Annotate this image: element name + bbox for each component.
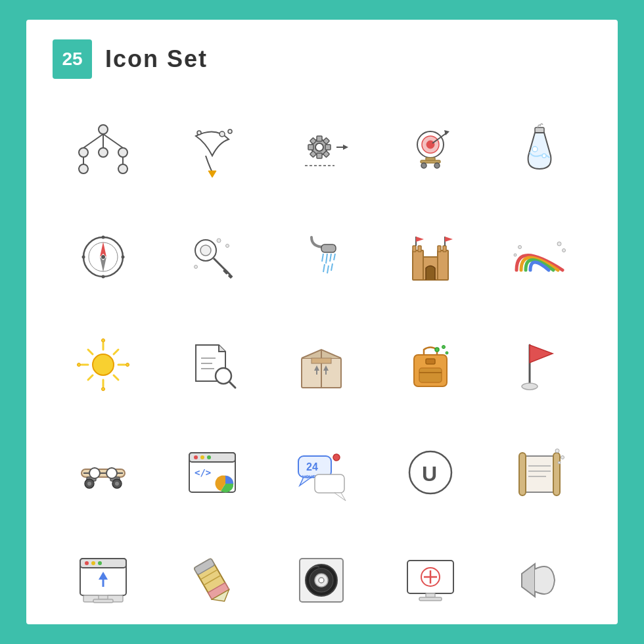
icon-24-hours[interactable]: 24 HOURS <box>271 422 372 523</box>
icon-scroll-document[interactable] <box>489 422 590 523</box>
badge-number: 25 <box>53 39 92 79</box>
svg-point-148 <box>555 449 559 453</box>
svg-point-38 <box>542 154 546 158</box>
svg-line-62 <box>327 265 329 273</box>
svg-point-90 <box>78 363 81 367</box>
svg-point-47 <box>122 256 125 259</box>
svg-marker-112 <box>530 345 553 363</box>
svg-marker-11 <box>208 171 216 177</box>
svg-text:U: U <box>422 462 437 486</box>
svg-rect-65 <box>413 250 423 280</box>
svg-rect-56 <box>321 244 336 252</box>
icon-gear-process[interactable] <box>271 99 372 200</box>
svg-point-5 <box>118 164 127 173</box>
svg-rect-66 <box>438 250 448 280</box>
svg-point-14 <box>197 131 201 135</box>
main-card: 25 Icon Set <box>26 20 618 624</box>
icon-target-goal[interactable] <box>380 99 481 200</box>
svg-rect-159 <box>99 595 108 599</box>
svg-marker-139 <box>334 493 346 501</box>
svg-rect-110 <box>426 359 435 364</box>
svg-point-46 <box>82 256 85 259</box>
icons-grid: </> 24 HOURS <box>53 99 591 631</box>
svg-point-130 <box>207 455 211 459</box>
svg-point-91 <box>126 363 129 367</box>
svg-point-113 <box>522 383 538 390</box>
svg-text:24: 24 <box>306 461 318 472</box>
svg-line-96 <box>229 382 235 388</box>
svg-line-57 <box>322 254 323 262</box>
icon-speaker-volume[interactable] <box>489 530 590 631</box>
svg-point-4 <box>79 164 88 173</box>
icon-file-search[interactable] <box>162 314 263 415</box>
svg-line-8 <box>103 134 123 148</box>
icon-sun[interactable] <box>53 314 154 415</box>
svg-point-16 <box>315 143 323 151</box>
svg-rect-19 <box>308 145 313 150</box>
svg-point-154 <box>91 561 95 565</box>
icon-shooting-star[interactable] <box>162 99 263 200</box>
svg-point-107 <box>435 348 439 352</box>
svg-point-55 <box>195 265 198 269</box>
icon-monitor-add[interactable] <box>380 530 481 631</box>
svg-rect-176 <box>426 593 435 597</box>
svg-point-120 <box>115 482 119 486</box>
svg-point-1 <box>79 148 88 157</box>
icon-flag-marker[interactable] <box>489 314 590 415</box>
svg-line-85 <box>114 375 118 380</box>
icon-eraser-pencil[interactable] <box>162 530 263 631</box>
svg-rect-18 <box>317 153 322 158</box>
page-title: Icon Set <box>105 45 208 73</box>
svg-point-76 <box>563 249 566 252</box>
svg-rect-142 <box>523 456 556 492</box>
svg-rect-105 <box>419 368 442 382</box>
icon-potion-flask[interactable] <box>489 99 590 200</box>
header: 25 Icon Set <box>53 39 591 79</box>
svg-line-60 <box>334 254 335 260</box>
svg-point-13 <box>228 129 232 133</box>
svg-point-89 <box>102 388 105 391</box>
icon-shower[interactable] <box>271 206 372 308</box>
svg-point-88 <box>102 339 105 342</box>
svg-rect-68 <box>418 246 421 252</box>
icon-type-u[interactable]: U <box>380 422 481 523</box>
svg-rect-160 <box>93 599 113 603</box>
svg-rect-177 <box>419 597 442 601</box>
icon-package-box[interactable] <box>271 314 372 415</box>
svg-rect-99 <box>311 358 331 363</box>
svg-point-77 <box>518 246 522 249</box>
icon-compass[interactable] <box>53 206 154 308</box>
svg-rect-70 <box>443 246 446 252</box>
svg-point-37 <box>532 147 538 152</box>
icon-rainbow[interactable] <box>489 206 590 308</box>
svg-line-61 <box>323 264 325 272</box>
icon-vinyl-record[interactable] <box>271 530 372 631</box>
svg-rect-144 <box>553 453 560 495</box>
icon-key[interactable] <box>162 206 263 308</box>
svg-rect-69 <box>438 246 441 252</box>
svg-rect-17 <box>317 136 322 141</box>
icon-castle-flags[interactable] <box>380 206 481 308</box>
icon-skateboard[interactable] <box>53 422 154 523</box>
icon-web-upload[interactable] <box>53 530 154 631</box>
svg-point-79 <box>93 354 114 375</box>
svg-point-35 <box>434 163 440 168</box>
svg-point-109 <box>446 352 448 354</box>
svg-line-84 <box>88 350 93 354</box>
svg-point-171 <box>319 578 324 583</box>
svg-point-0 <box>99 125 108 134</box>
svg-line-87 <box>88 375 93 380</box>
svg-point-155 <box>98 561 102 565</box>
svg-rect-138 <box>315 474 344 493</box>
svg-point-108 <box>442 346 446 349</box>
svg-point-2 <box>99 148 108 157</box>
svg-rect-36 <box>535 127 544 133</box>
icon-travel-bag[interactable] <box>380 314 481 415</box>
svg-line-63 <box>331 264 333 271</box>
svg-marker-72 <box>416 237 424 242</box>
icon-web-dev[interactable]: </> <box>162 422 263 523</box>
icon-network-nodes[interactable] <box>53 99 154 200</box>
svg-point-150 <box>558 461 561 464</box>
svg-rect-143 <box>519 453 526 495</box>
svg-marker-25 <box>343 145 348 150</box>
